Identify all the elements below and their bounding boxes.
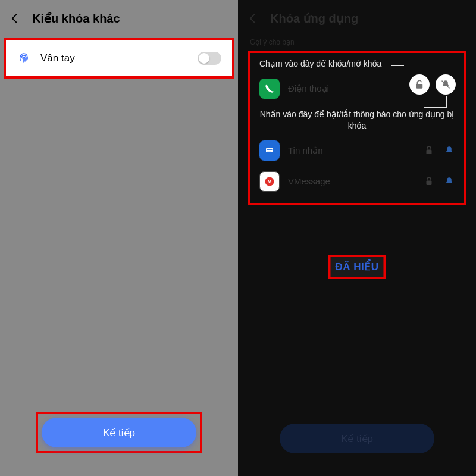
app-label: VMessage (288, 176, 415, 186)
svg-rect-1 (266, 148, 273, 152)
svg-rect-2 (267, 149, 273, 150)
app-row-vmessage: V VMessage (253, 166, 461, 197)
tip-notify-text: Nhấn vào đây để bật/tắt thông báo cho ứn… (253, 104, 461, 135)
understood-button[interactable]: ĐÃ HIỂU (335, 261, 378, 273)
app-row-messages: Tin nhắn (253, 135, 461, 166)
back-icon (246, 12, 259, 25)
next-button-label: Kế tiếp (103, 427, 135, 439)
svg-rect-7 (427, 180, 432, 185)
header: Kiểu khóa khác (0, 0, 238, 37)
fingerprint-label: Vân tay (40, 52, 75, 64)
app-label: Tin nhắn (288, 145, 415, 156)
bell-icon (444, 176, 455, 187)
highlight-ok-button: ĐÃ HIỂU (328, 255, 386, 279)
connector-line (424, 107, 447, 108)
svg-rect-4 (427, 149, 432, 154)
screen-app-lock-tutorial: Khóa ứng dụng Gợi ý cho bạn Chạm vào đây… (238, 0, 476, 476)
page-title: Kiểu khóa khác (32, 11, 120, 26)
lock-icon (424, 145, 434, 156)
fingerprint-toggle[interactable] (198, 52, 221, 65)
page-title: Khóa ứng dụng (270, 11, 358, 26)
highlight-next-button: Kế tiếp (36, 412, 202, 453)
tip-lock-text: Chạm vào đây để khóa/mở khóa (253, 58, 386, 73)
header: Khóa ứng dụng (238, 0, 476, 37)
phone-app-icon (259, 79, 280, 99)
lock-icon (424, 176, 434, 187)
fingerprint-row[interactable]: Vân tay (6, 40, 232, 76)
highlight-fingerprint-row: Vân tay (4, 38, 234, 79)
unlock-icon[interactable] (409, 74, 430, 95)
next-button-label: Kế tiếp (341, 433, 373, 445)
next-button[interactable]: Kế tiếp (42, 418, 196, 447)
connector-line (391, 65, 404, 66)
fingerprint-icon (17, 51, 31, 65)
connector-line (446, 96, 447, 107)
messages-app-icon (259, 140, 280, 161)
svg-rect-3 (267, 151, 271, 151)
understood-label: ĐÃ HIỂU (335, 261, 378, 273)
tutorial-action-buttons (409, 74, 456, 95)
mute-bell-icon[interactable] (436, 74, 456, 95)
screen-lock-types: Kiểu khóa khác Vân tay (0, 0, 238, 476)
svg-rect-0 (416, 84, 423, 89)
back-icon[interactable] (8, 12, 21, 25)
vmessage-app-icon: V (259, 171, 280, 192)
next-button-disabled: Kế tiếp (280, 424, 434, 453)
highlight-tutorial-overlay: Chạm vào đây để khóa/mở khóa Điện thoại … (248, 51, 466, 205)
bell-icon (444, 145, 455, 156)
svg-text:V: V (268, 178, 272, 184)
suggestion-header: Gợi ý cho bạn (238, 37, 476, 48)
